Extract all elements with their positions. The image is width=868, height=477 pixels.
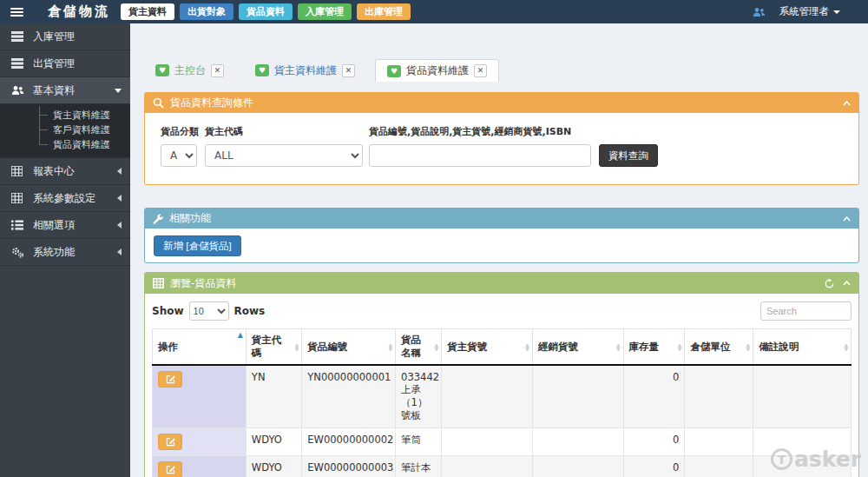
chevron-up-icon[interactable] <box>843 101 851 106</box>
refresh-icon[interactable] <box>825 279 834 288</box>
add-product-button[interactable]: 新增 [倉儲貨品] <box>154 235 241 256</box>
cell-owner-code: WDYO <box>246 428 301 456</box>
cell-product-code: YN00000000001 <box>302 365 396 428</box>
users-icon[interactable] <box>753 7 766 17</box>
heart-icon: ♥ <box>255 64 269 76</box>
cell-product-name: 033442 上承（1）號板 <box>396 365 442 428</box>
sidebar-item-related-options[interactable]: 相關選項 <box>0 212 130 239</box>
functions-panel-title: 相關功能 <box>169 211 211 226</box>
list-rows-icon <box>11 58 25 69</box>
cell-note <box>753 456 852 477</box>
navbtn-product-data[interactable]: 貨品資料 <box>239 3 293 20</box>
chevron-left-icon <box>117 168 122 175</box>
cell-note <box>753 365 852 428</box>
cell-product-name: 筆筒 <box>396 428 442 456</box>
edit-button[interactable] <box>158 371 182 388</box>
navbtn-outbound-mgmt[interactable]: 出庫管理 <box>357 3 411 20</box>
chevron-down-icon <box>115 89 122 93</box>
browse-panel-title: 瀏覽-貨品資料 <box>170 276 236 291</box>
table-icon <box>11 193 25 203</box>
navbar-right: 系統管理者 <box>753 5 841 18</box>
browse-panel-header[interactable]: 瀏覽-貨品資料 <box>145 273 858 294</box>
sidebar-item-outbound[interactable]: 出貨管理 <box>0 50 130 77</box>
browse-panel: 瀏覽-貨品資料 Show 10 <box>144 272 859 477</box>
cell-dealer-no <box>532 365 623 428</box>
col-header-product-name[interactable]: 貨品名稱▲▼ <box>396 329 442 366</box>
tab-owner-maintain[interactable]: ♥ 貨主資料維護 ✕ <box>244 59 366 82</box>
query-panel-title: 貨品資料查詢條件 <box>170 96 253 110</box>
sidebar-item-label: 基本資料 <box>33 83 75 98</box>
product-table: 操作▲ 貨主代碼▲▼ 貨品編號▲▼ 貨品名稱▲▼ 貨主貨號▲▼ 經銷貨號▲▼ 庫… <box>152 328 852 477</box>
cell-dealer-no <box>532 428 623 456</box>
sidebar-subitem-product-maintain[interactable]: 貨品資料維護 <box>0 137 130 152</box>
tab-label: 貨品資料維護 <box>406 63 469 78</box>
owner-code-select[interactable]: ALL <box>205 144 363 167</box>
tab-dashboard[interactable]: ♥ 主控台 ✕ <box>144 59 235 82</box>
sort-icon: ▲▼ <box>388 342 392 351</box>
page-size-select[interactable]: 10 <box>189 301 229 321</box>
sidebar-subitem-owner-maintain[interactable]: 貨主資料維護 <box>0 108 130 123</box>
cell-product-code: EW00000000002 <box>302 428 396 456</box>
sort-icon: ▲▼ <box>525 342 529 351</box>
tab-label: 主控台 <box>174 63 206 78</box>
col-header-product-code[interactable]: 貨品編號▲▼ <box>302 329 396 366</box>
keyword-label: 貨品編號,貨品說明,貨主貨號,經銷商貨號,ISBN <box>369 125 591 138</box>
navbtn-owner-data[interactable]: 貨主資料 <box>121 3 174 20</box>
navbtn-inbound-mgmt[interactable]: 入庫管理 <box>298 3 352 20</box>
sidebar-item-inbound[interactable]: 入庫管理 <box>0 23 130 50</box>
functions-panel-header[interactable]: 相關功能 <box>145 209 858 229</box>
close-icon[interactable]: ✕ <box>342 64 355 77</box>
sidebar-subitem-customer-maintain[interactable]: 客戶資料維護 <box>0 123 130 137</box>
query-panel: 貨品資料查詢條件 貨品分類 ALL 貨主代碼 <box>144 92 859 185</box>
sidebar-item-report-center[interactable]: 報表中心 <box>0 158 130 185</box>
cell-owner-no <box>442 456 533 477</box>
chevron-up-icon[interactable] <box>843 281 851 286</box>
col-header-owner-code[interactable]: 貨主代碼▲▼ <box>246 329 301 366</box>
cell-storage-unit <box>685 365 753 428</box>
cell-owner-no <box>442 428 533 456</box>
hamburger-menu-icon[interactable] <box>10 8 23 17</box>
table-icon <box>11 166 25 176</box>
sort-icon: ▲▼ <box>295 342 299 351</box>
search-icon <box>153 97 164 109</box>
chevron-left-icon <box>117 222 122 229</box>
edit-button[interactable] <box>158 434 182 450</box>
owner-code-label: 貨主代碼 <box>205 125 363 138</box>
heart-icon: ♥ <box>387 65 401 77</box>
chevron-up-icon[interactable] <box>843 216 851 222</box>
sidebar-item-system-params[interactable]: 系統參數設定 <box>0 185 130 212</box>
table-search-input[interactable] <box>760 301 852 321</box>
show-label: Show <box>152 305 184 317</box>
navbtn-ship-target[interactable]: 出貨對象 <box>180 3 233 20</box>
col-header-owner-no[interactable]: 貨主貨號▲▼ <box>442 329 533 366</box>
cell-product-code: EW00000000003 <box>302 456 396 477</box>
category-select[interactable]: ALL <box>161 144 197 167</box>
sidebar-submenu: 貨主資料維護 客戶資料維護 貨品資料維護 <box>0 104 130 158</box>
tab-product-maintain[interactable]: ♥ 貨品資料維護 ✕ <box>375 59 499 82</box>
query-button[interactable]: 資料查詢 <box>599 144 658 167</box>
sidebar-item-basic-data[interactable]: 基本資料 <box>0 77 130 104</box>
quick-nav: 貨主資料 出貨對象 貨品資料 入庫管理 出庫管理 <box>121 3 411 20</box>
cell-owner-no <box>442 365 533 428</box>
close-icon[interactable]: ✕ <box>211 64 224 77</box>
functions-panel: 相關功能 新增 [倉儲貨品] <box>144 208 859 263</box>
table-row: WDYO EW00000000003 筆計本 0 <box>153 456 852 477</box>
sidebar-item-system-functions[interactable]: 系統功能 <box>0 239 130 266</box>
col-header-operation[interactable]: 操作▲ <box>153 329 247 366</box>
gears-icon <box>11 247 25 258</box>
chevron-left-icon <box>117 248 122 255</box>
col-header-note[interactable]: 備註說明▲▼ <box>753 329 852 366</box>
col-header-dealer-no[interactable]: 經銷貨號▲▼ <box>532 329 623 366</box>
col-header-storage-unit[interactable]: 倉儲單位▲▼ <box>685 329 753 366</box>
close-icon[interactable]: ✕ <box>474 64 487 77</box>
col-header-stock[interactable]: 庫存量▲▼ <box>623 329 685 366</box>
edit-button[interactable] <box>158 461 182 477</box>
cell-owner-code: YN <box>246 365 301 428</box>
cell-note <box>753 428 852 456</box>
sidebar-item-label: 系統功能 <box>33 245 75 260</box>
keyword-input[interactable] <box>369 144 591 167</box>
sort-icon: ▲▼ <box>616 342 621 351</box>
query-panel-header[interactable]: 貨品資料查詢條件 <box>145 93 858 113</box>
caret-down-icon <box>833 10 840 14</box>
user-menu[interactable]: 系統管理者 <box>779 5 841 18</box>
